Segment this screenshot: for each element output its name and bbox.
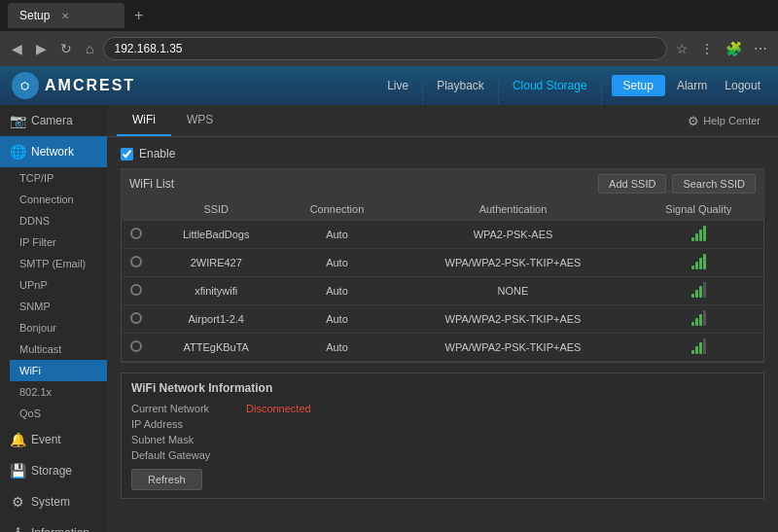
help-center-button[interactable]: ⚙ Help Center: [680, 105, 768, 136]
radio-cell[interactable]: [122, 334, 151, 362]
radio-button[interactable]: [130, 284, 142, 296]
new-tab-button[interactable]: +: [128, 7, 149, 24]
col-radio: [122, 198, 151, 221]
back-button[interactable]: ◀: [8, 39, 26, 58]
tab-wps[interactable]: WPS: [171, 105, 229, 136]
sub-wifi[interactable]: WiFi: [10, 360, 107, 381]
wifi-info-title: WiFi Network Information: [131, 381, 754, 395]
enable-row: Enable: [121, 147, 764, 160]
header-right: Setup Alarm Logout: [612, 75, 766, 96]
sidebar-item-information[interactable]: ℹ Information: [0, 517, 107, 532]
setup-button[interactable]: Setup: [612, 75, 665, 96]
signal-cell: [634, 221, 764, 249]
sub-8021x[interactable]: 802.1x: [10, 381, 107, 403]
col-signal: Signal Quality: [634, 198, 764, 221]
wifi-list-title: WiFi List: [129, 177, 174, 191]
info-label: Subnet Mask: [131, 434, 238, 445]
network-icon: 🌐: [10, 144, 25, 160]
logout-button[interactable]: Logout: [719, 79, 766, 92]
browser-tab-active[interactable]: Setup ✕: [8, 3, 124, 28]
connection-cell: Auto: [281, 334, 392, 362]
menu-icon[interactable]: ⋮: [697, 39, 717, 58]
sidebar-item-event[interactable]: 🔔 Event: [0, 424, 107, 455]
logo-icon: ⬡: [12, 72, 39, 99]
auth-cell: WPA/WPA2-PSK-TKIP+AES: [392, 305, 633, 334]
table-row[interactable]: xfinitywifi Auto NONE: [122, 277, 763, 305]
signal-cell: [634, 277, 764, 305]
ssid-cell: ATTEgKBuTA: [151, 334, 281, 362]
ssid-cell: LittleBadDogs: [151, 221, 281, 249]
sidebar-label-system: System: [31, 495, 70, 509]
radio-button[interactable]: [130, 256, 142, 267]
table-row[interactable]: LittleBadDogs Auto WPA2-PSK-AES: [122, 221, 763, 249]
ssid-cell: xfinitywifi: [151, 277, 281, 305]
nav-live[interactable]: Live: [373, 66, 423, 105]
network-sub-menu: TCP/IP Connection DDNS IP Filter SMTP (E…: [0, 167, 107, 424]
auth-cell: NONE: [392, 277, 633, 305]
address-bar[interactable]: [103, 37, 667, 60]
tab-close-button[interactable]: ✕: [61, 11, 69, 21]
bookmark-icon[interactable]: ☆: [673, 39, 691, 58]
refresh-button[interactable]: Refresh: [131, 469, 202, 490]
sub-multicast[interactable]: Multicast: [10, 338, 107, 360]
enable-checkbox[interactable]: [121, 148, 133, 160]
sidebar-item-storage[interactable]: 💾 Storage: [0, 455, 107, 486]
sub-upnp[interactable]: UPnP: [10, 274, 107, 296]
add-ssid-button[interactable]: Add SSID: [598, 174, 666, 194]
connection-cell: Auto: [281, 221, 392, 249]
sub-tcpip[interactable]: TCP/IP: [10, 167, 107, 189]
sidebar-label-camera: Camera: [31, 114, 73, 127]
info-row: IP Address: [131, 416, 754, 432]
radio-button[interactable]: [130, 312, 142, 324]
sub-qos[interactable]: QoS: [10, 403, 107, 424]
extensions-icon[interactable]: 🧩: [723, 39, 745, 58]
table-row[interactable]: Airport1-2.4 Auto WPA/WPA2-PSK-TKIP+AES: [122, 305, 763, 334]
radio-cell[interactable]: [122, 305, 151, 334]
sidebar-item-network[interactable]: 🌐 Network: [0, 136, 107, 167]
header-nav: Live Playback Cloud Storage: [373, 66, 601, 105]
home-button[interactable]: ⌂: [82, 39, 97, 58]
sidebar-label-network: Network: [31, 145, 74, 159]
forward-button[interactable]: ▶: [32, 39, 51, 58]
radio-button[interactable]: [130, 340, 142, 352]
connection-cell: Auto: [281, 305, 392, 334]
sidebar-item-camera[interactable]: 📷 Camera: [0, 105, 107, 136]
sub-ipfilter[interactable]: IP Filter: [10, 231, 107, 253]
info-label: Current Network: [131, 403, 238, 414]
radio-cell[interactable]: [122, 221, 151, 249]
search-ssid-button[interactable]: Search SSID: [672, 174, 756, 194]
sub-connection[interactable]: Connection: [10, 189, 107, 210]
main-content: WiFi WPS ⚙ Help Center Enable WiFi List: [107, 105, 778, 532]
logo: ⬡ AMCREST: [12, 72, 135, 99]
refresh-button[interactable]: ↻: [56, 39, 76, 58]
signal-cell: [634, 249, 764, 277]
ssid-cell: Airport1-2.4: [151, 305, 281, 334]
sidebar-item-system[interactable]: ⚙ System: [0, 486, 107, 517]
nav-cloud-storage[interactable]: Cloud Storage: [499, 66, 602, 105]
alarm-button[interactable]: Alarm: [671, 79, 713, 92]
system-icon: ⚙: [10, 494, 25, 510]
nav-playback[interactable]: Playback: [423, 66, 499, 105]
wifi-table: SSID Connection Authentication Signal Qu…: [122, 198, 763, 362]
auth-cell: WPA/WPA2-PSK-TKIP+AES: [392, 334, 633, 362]
col-connection: Connection: [281, 198, 392, 221]
help-center-label: Help Center: [703, 115, 760, 126]
sub-bonjour[interactable]: Bonjour: [10, 317, 107, 338]
sidebar: 📷 Camera 🌐 Network TCP/IP Connection DDN…: [0, 105, 107, 532]
tab-wifi[interactable]: WiFi: [117, 105, 171, 136]
table-row[interactable]: 2WIRE427 Auto WPA/WPA2-PSK-TKIP+AES: [122, 249, 763, 277]
info-row: Subnet Mask: [131, 432, 754, 447]
radio-cell[interactable]: [122, 249, 151, 277]
info-row: Current Network Disconnected: [131, 401, 754, 416]
auth-cell: WPA2-PSK-AES: [392, 221, 633, 249]
logo-text: AMCREST: [45, 77, 135, 94]
radio-cell[interactable]: [122, 277, 151, 305]
more-icon[interactable]: ⋯: [751, 39, 770, 58]
sub-smtp[interactable]: SMTP (Email): [10, 253, 107, 274]
sub-ddns[interactable]: DDNS: [10, 210, 107, 231]
table-row[interactable]: ATTEgKBuTA Auto WPA/WPA2-PSK-TKIP+AES: [122, 334, 763, 362]
wifi-list-section: WiFi List Add SSID Search SSID SSID Conn…: [121, 168, 764, 363]
radio-button[interactable]: [130, 228, 142, 239]
sub-snmp[interactable]: SNMP: [10, 296, 107, 317]
ssid-cell: 2WIRE427: [151, 249, 281, 277]
